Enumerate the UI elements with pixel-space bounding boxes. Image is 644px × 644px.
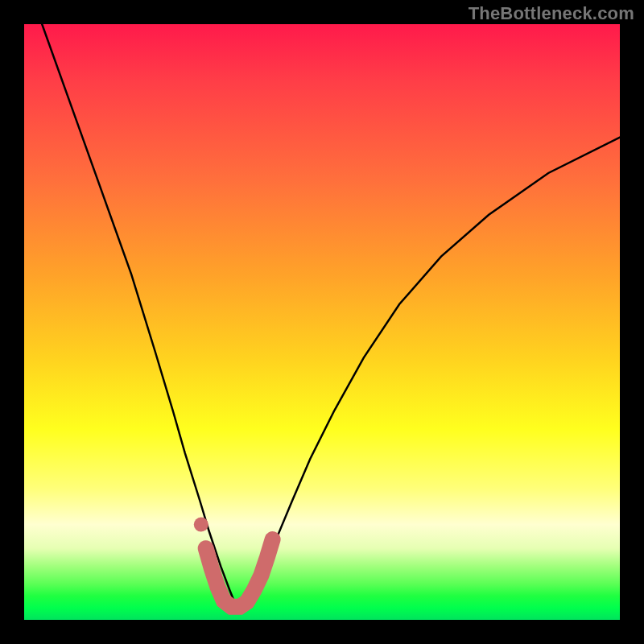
watermark-label: TheBottleneck.com: [469, 3, 634, 24]
highlight-dot-icon: [194, 518, 208, 532]
chart-svg: [24, 24, 620, 620]
plot-area: [24, 24, 620, 620]
bottleneck-curve: [42, 24, 620, 605]
chart-frame: TheBottleneck.com: [0, 0, 644, 644]
